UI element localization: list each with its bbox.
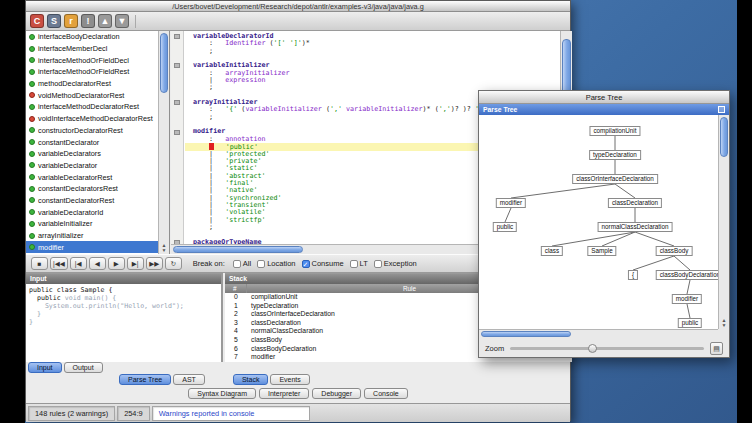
tree-node-classBody[interactable]: classBody [656,246,693,256]
editor-line[interactable]: ; [185,48,560,55]
rule-item[interactable]: variableDeclaratorRest [26,171,158,183]
tab-debugger[interactable]: Debugger [312,388,361,399]
rule-status-icon [29,69,35,75]
tree-node-class[interactable]: class [541,246,563,256]
tab-input[interactable]: Input [28,362,62,373]
editor-line[interactable]: : arrayInitializer [185,70,560,77]
rule-item[interactable]: interfaceMethodDeclaratorRest [26,101,158,113]
editor-line[interactable]: | expression [185,77,560,84]
toolbar-find-up-button[interactable]: ▲ [98,14,112,28]
tree-node-Sample[interactable]: Sample [587,246,616,256]
zoom-slider[interactable] [510,347,704,350]
rule-item[interactable]: methodDeclaratorRest [26,78,158,90]
code-token: Identifier [225,40,265,47]
rule-item[interactable]: modifier [26,241,158,253]
rule-item[interactable]: interfaceMemberDecl [26,43,158,55]
tree-node-compilationUnit[interactable]: compilationUnit [589,126,640,136]
editor-line[interactable]: variableDeclaratorId [185,33,560,40]
tab-syntax-diagram[interactable]: Syntax Diagram [188,388,256,399]
tree-node-public[interactable]: public [493,222,517,232]
tree-node-[interactable]: { [628,270,638,280]
parse-tree-canvas[interactable]: compilationUnittypeDeclarationclassOrInt… [479,115,718,329]
tab-interpreter[interactable]: Interpreter [259,388,309,399]
tab-console[interactable]: Console [364,388,408,399]
editor-hscrollbar-thumb[interactable] [173,246,303,253]
tree-vscrollbar[interactable]: ▲▼ [718,115,729,329]
tree-node-classOrInterfaceDeclaration[interactable]: classOrInterfaceDeclaration [572,174,658,184]
tree-node-normalClassDeclaration[interactable]: normalClassDeclaration [598,222,673,232]
toolbar-console-button[interactable]: C [30,14,44,28]
tree-hscrollbar-thumb[interactable] [481,331,571,337]
rule-gutter-marker[interactable] [174,130,180,135]
tree-node-modifier[interactable]: modifier [496,198,526,208]
rule-item[interactable]: arrayInitializer [26,230,158,242]
rule-item[interactable]: constantDeclaratorRest [26,195,158,207]
toolbar-syntax-button[interactable]: S [47,14,61,28]
rules-scrollbar-thumb[interactable] [160,33,168,93]
tree-node-public[interactable]: public [678,318,702,328]
rule-item[interactable]: constantDeclaratorsRest [26,183,158,195]
tree-node-classDeclaration[interactable]: classDeclaration [608,198,662,208]
status-warning-message[interactable]: Warnings reported in console [152,406,310,421]
rule-gutter-marker[interactable] [174,63,180,68]
rule-item[interactable]: constructorDeclaratorRest [26,125,158,137]
status-caret-position: 254:9 [117,406,150,421]
editor-line[interactable] [185,55,560,62]
parse-tree-window-titlebar[interactable]: Parse Tree [479,91,729,104]
rule-item[interactable]: interfaceMethodOrFieldRest [26,66,158,78]
rule-status-icon [29,92,35,98]
debug-stop-button[interactable]: ■ [31,257,48,270]
debug-step-backward-button[interactable]: |◀ [70,257,87,270]
parse-tree-pane-header[interactable]: Parse Tree [479,104,729,115]
breakon-consume-checkbox[interactable]: ✓ [302,260,310,268]
tree-vscrollbar-thumb[interactable] [720,117,728,157]
rule-item[interactable]: voidMethodDeclaratorRest [26,89,158,101]
debug-back-button[interactable]: ◀ [89,257,106,270]
editor-line[interactable]: : Identifier ('[' ']')* [185,40,560,47]
rule-gutter-marker[interactable] [174,100,180,105]
tab-output[interactable]: Output [64,362,103,373]
tab-ast[interactable]: AST [173,374,205,385]
rule-label: constructorDeclaratorRest [38,126,123,135]
tab-events[interactable]: Events [270,374,309,385]
rule-item[interactable]: interfaceMethodOrFieldDecl [26,54,158,66]
debug-rewind-button[interactable]: |◀◀ [50,257,68,270]
attach-pane-icon[interactable] [718,106,725,113]
rule-item[interactable]: variableDeclarators [26,148,158,160]
toolbar-find-down-button[interactable]: ▼ [115,14,129,28]
code-token [214,143,226,150]
rule-item[interactable]: constantDeclarator [26,136,158,148]
editor-line[interactable]: variableInitializer [185,62,560,69]
tree-node-modifier[interactable]: modifier [672,294,702,304]
breakon-lt-checkbox[interactable] [350,260,358,268]
tree-node-classBodyDeclaration[interactable]: classBodyDeclaration [656,270,718,280]
toolbar-check-button[interactable]: ! [81,14,95,28]
tree-vscrollbar-arrows[interactable]: ▲▼ [719,318,729,328]
rule-item[interactable]: variableInitializer [26,218,158,230]
breakon-all-checkbox[interactable] [233,260,241,268]
zoom-slider-thumb[interactable] [588,344,597,353]
rules-scrollbar[interactable]: ▲▼ [158,31,169,254]
rule-item[interactable]: voidInterfaceMethodDeclaratorRest [26,113,158,125]
rule-status-icon [29,104,35,110]
breakon-exception-checkbox[interactable] [374,260,382,268]
rules-scrollbar-arrows[interactable]: ▲▼ [159,243,169,253]
input-code[interactable]: public class Sample { public void main()… [26,284,221,328]
rule-gutter-marker[interactable] [174,34,180,39]
rule-item[interactable]: interfaceBodyDeclaration [26,31,158,43]
rule-item[interactable]: variableDeclarator [26,160,158,172]
tab-stack[interactable]: Stack [233,374,269,385]
debug-step-forward-button[interactable]: ▶| [127,257,144,270]
debug-restart-button[interactable]: ↻ [165,257,182,270]
toolbar-rules-button[interactable]: r [64,14,78,28]
input-code-line: } [29,318,218,326]
export-tree-button[interactable]: ▤ [710,342,723,355]
debug-fast-forward-button[interactable]: ▶▶ [146,257,163,270]
tree-hscrollbar[interactable] [479,329,718,338]
tab-parse-tree[interactable]: Parse Tree [119,374,171,385]
breakon-location-checkbox[interactable] [257,260,265,268]
debug-forward-button[interactable]: ▶ [108,257,125,270]
tree-node-typeDeclaration[interactable]: typeDeclaration [589,150,641,160]
window-titlebar[interactable]: /Users/bovet/Development/Research/depot/… [26,1,570,12]
rule-item[interactable]: variableDeclaratorId [26,206,158,218]
